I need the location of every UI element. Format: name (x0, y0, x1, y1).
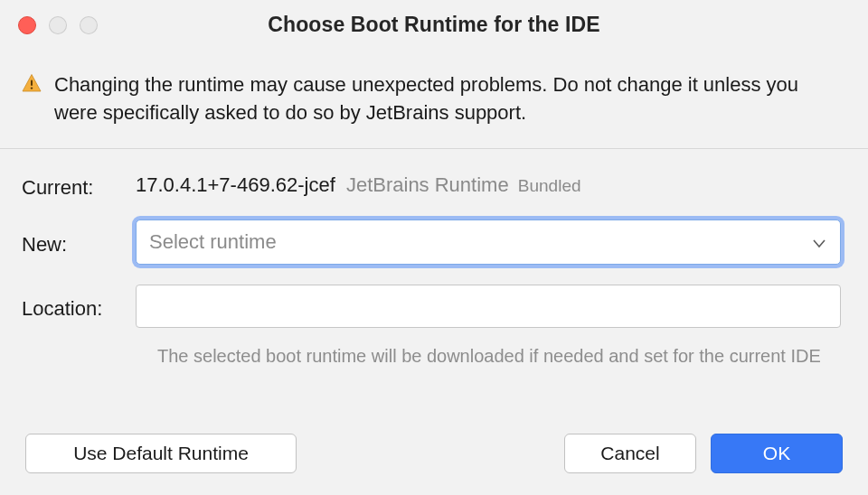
form-area: Current: 17.0.4.1+7-469.62-jcef JetBrain… (0, 149, 868, 369)
dialog-window: Choose Boot Runtime for the IDE Changing… (0, 0, 868, 495)
chevron-down-icon (813, 230, 826, 254)
cancel-button[interactable]: Cancel (564, 434, 696, 473)
dialog-footer: Use Default Runtime Cancel OK (0, 414, 868, 495)
titlebar: Choose Boot Runtime for the IDE (0, 0, 868, 49)
current-value: 17.0.4.1+7-469.62-jcef JetBrains Runtime… (136, 173, 841, 197)
new-label: New: (22, 228, 136, 257)
current-bundled-badge: Bundled (518, 176, 581, 195)
warning-banner: Changing the runtime may cause unexpecte… (0, 49, 868, 149)
new-row: New: Select runtime (22, 219, 841, 265)
current-subtitle: JetBrains Runtime (346, 173, 509, 196)
warning-icon (22, 73, 42, 97)
location-label: Location: (22, 292, 136, 321)
warning-text: Changing the runtime may cause unexpecte… (54, 70, 841, 126)
window-controls (18, 16, 98, 34)
current-version: 17.0.4.1+7-469.62-jcef (136, 173, 335, 196)
runtime-select[interactable]: Select runtime (136, 219, 841, 265)
runtime-select-placeholder: Select runtime (149, 230, 277, 254)
zoom-window-button[interactable] (80, 16, 98, 34)
minimize-window-button[interactable] (49, 16, 67, 34)
current-label: Current: (22, 171, 136, 200)
current-row: Current: 17.0.4.1+7-469.62-jcef JetBrain… (22, 171, 841, 200)
dialog-title: Choose Boot Runtime for the IDE (268, 13, 599, 37)
location-hint: The selected boot runtime will be downlo… (157, 342, 841, 369)
close-window-button[interactable] (18, 16, 36, 34)
svg-rect-0 (31, 80, 33, 87)
location-field[interactable] (136, 285, 841, 328)
location-row: Location: (22, 285, 841, 328)
svg-point-1 (31, 87, 33, 89)
use-default-runtime-button[interactable]: Use Default Runtime (25, 434, 297, 473)
ok-button[interactable]: OK (711, 434, 843, 473)
